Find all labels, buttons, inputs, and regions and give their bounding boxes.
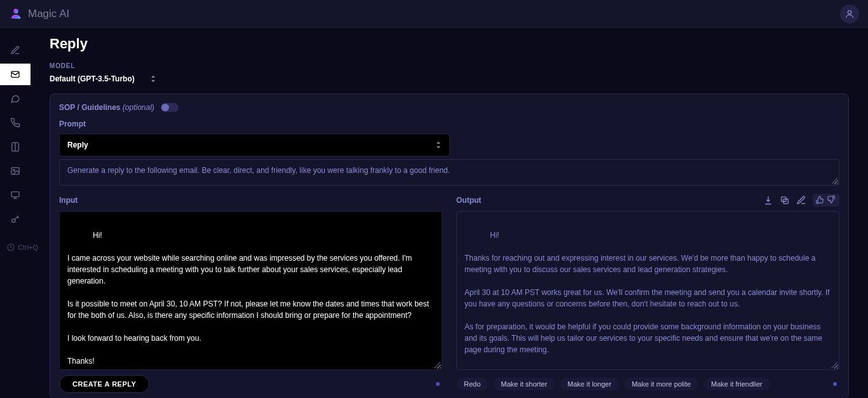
topbar: Magic AI xyxy=(0,0,868,28)
chip-longer[interactable]: Make it longer xyxy=(560,378,619,390)
status-dot xyxy=(436,382,440,386)
keyboard-shortcut-hint: Ctrl+Q xyxy=(6,243,38,252)
sidebar-item-mail[interactable] xyxy=(0,64,31,85)
sidebar-item-docs[interactable] xyxy=(0,136,31,158)
sidebar-item-chat[interactable] xyxy=(0,88,31,109)
output-label: Output xyxy=(456,196,481,205)
prompt-label: Prompt xyxy=(59,120,839,128)
svg-point-0 xyxy=(13,8,18,13)
sidebar-item-compose[interactable] xyxy=(0,39,31,61)
edit-icon[interactable] xyxy=(796,195,806,205)
model-select[interactable]: Default (GPT-3.5-Turbo) xyxy=(50,73,156,85)
sop-toggle[interactable] xyxy=(161,103,179,112)
chip-redo[interactable]: Redo xyxy=(456,378,488,390)
app-name: Magic AI xyxy=(28,8,69,20)
resize-handle-icon[interactable] xyxy=(434,362,440,368)
config-panel: SOP / Guidelines (optional) Prompt Reply… xyxy=(50,93,849,398)
output-actions xyxy=(763,194,839,207)
create-reply-button[interactable]: CREATE A REPLY xyxy=(59,375,149,393)
chip-polite[interactable]: Make it more polite xyxy=(624,378,698,390)
sidebar-item-key[interactable] xyxy=(0,209,31,230)
resize-handle-icon[interactable] xyxy=(831,177,837,184)
main-content: Reply MODEL Default (GPT-3.5-Turbo) SOP … xyxy=(31,28,868,398)
chip-friendlier[interactable]: Make it friendlier xyxy=(703,378,770,390)
svg-point-1 xyxy=(848,10,851,13)
input-label: Input xyxy=(59,196,78,205)
status-dot xyxy=(833,382,837,386)
model-label: MODEL xyxy=(50,62,849,69)
svg-point-4 xyxy=(13,169,15,171)
app-logo-icon xyxy=(9,7,23,21)
prompt-text-input[interactable]: Generate a reply to the following email.… xyxy=(59,159,839,186)
sidebar-item-image[interactable] xyxy=(0,160,31,182)
thumbs-up-icon[interactable] xyxy=(815,195,825,205)
logo: Magic AI xyxy=(9,7,69,21)
thumbs-down-icon[interactable] xyxy=(827,195,837,205)
copy-icon[interactable] xyxy=(780,195,790,205)
suggestion-chips: Redo Make it shorter Make it longer Make… xyxy=(456,378,770,390)
page-title: Reply xyxy=(50,36,849,52)
svg-rect-5 xyxy=(11,192,19,197)
svg-point-6 xyxy=(12,219,15,222)
sidebar-item-call[interactable] xyxy=(0,112,31,134)
input-textarea[interactable]: Hi! I came across your website while sea… xyxy=(59,211,442,370)
sidebar-item-desktop[interactable] xyxy=(0,184,31,206)
prompt-template-select[interactable]: Reply xyxy=(59,134,450,156)
sidebar: Ctrl+Q xyxy=(0,28,31,398)
resize-handle-icon[interactable] xyxy=(831,362,837,368)
output-textarea[interactable]: Hi! Thanks for reaching out and expressi… xyxy=(456,211,839,370)
chip-shorter[interactable]: Make it shorter xyxy=(493,378,555,390)
user-menu-button[interactable] xyxy=(840,4,859,24)
sop-label: SOP / Guidelines (optional) xyxy=(59,103,154,112)
download-icon[interactable] xyxy=(763,195,773,205)
